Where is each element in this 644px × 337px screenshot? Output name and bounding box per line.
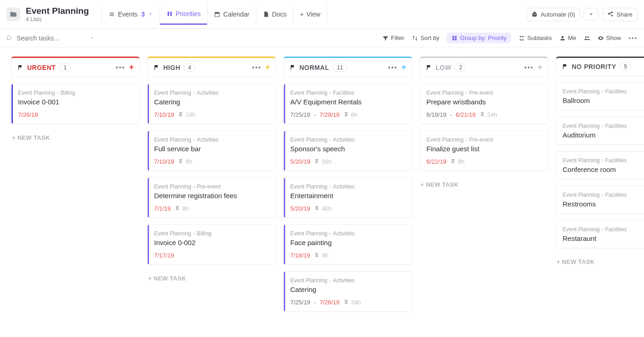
column-header-normal: NORMAL 11 ••• +	[283, 57, 412, 77]
breadcrumb: Event Planning›Pre-event	[426, 137, 541, 143]
new-task-button[interactable]: + NEW TASK	[556, 255, 644, 269]
tab-calendar[interactable]: Calendar	[207, 4, 256, 25]
task-card[interactable]: Event Planning›Activities Sponsor's spee…	[283, 131, 412, 171]
task-card[interactable]: Event Planning›Activities Entertainment …	[283, 177, 412, 218]
new-task-button[interactable]: + NEW TASK	[11, 131, 140, 145]
column-header-urgent: URGENT 1 ••• +	[11, 57, 140, 77]
breadcrumb: Event Planning›Facilities	[563, 226, 644, 233]
automate-button[interactable]: Automate (0)	[526, 8, 580, 21]
column-low: LOW 2 ••• + Event Planning›Pre-event Pre…	[420, 57, 548, 192]
task-card[interactable]: Event Planning›Facilities Ballroom	[556, 82, 644, 110]
column-menu-icon[interactable]: •••	[524, 64, 534, 71]
column-normal: NORMAL 11 ••• + Event Planning›Facilitie…	[283, 57, 412, 318]
task-card[interactable]: Event Planning›Activities Face painting …	[283, 224, 412, 265]
search-box	[6, 34, 108, 42]
task-card[interactable]: Event Planning›Activities Catering 7/25/…	[283, 271, 412, 312]
share-button[interactable]: Share	[602, 8, 638, 21]
column-header-low: LOW 2 ••• +	[420, 57, 548, 77]
chevron-down-icon	[148, 11, 153, 18]
hourglass-icon: 8h	[343, 111, 357, 118]
hourglass-icon: 56h	[314, 158, 332, 165]
tab-priorities[interactable]: Priorities	[160, 4, 207, 25]
column-header-high: HIGH 4 ••• +	[147, 57, 276, 77]
column-menu-icon[interactable]: •••	[388, 64, 398, 71]
flag-icon	[562, 63, 568, 70]
breadcrumb: Event Planning›Facilities	[563, 157, 644, 164]
show-button[interactable]: Show	[598, 34, 621, 41]
task-card[interactable]: Event Planning›Facilities Restrooms	[556, 186, 644, 214]
hourglass-icon: 8h	[450, 158, 464, 165]
breadcrumb: Event Planning›Pre-event	[426, 90, 541, 96]
hourglass-icon: 24h	[178, 111, 196, 118]
hourglass-icon: 40h	[314, 205, 332, 212]
search-input[interactable]	[17, 34, 86, 42]
top-right-actions: Automate (0) Share	[526, 8, 638, 21]
page-subtitle: 4 Lists	[26, 16, 89, 23]
flag-icon	[289, 64, 296, 71]
tab-events[interactable]: Events 3	[102, 4, 160, 25]
task-card[interactable]: Event Planning›Pre-event Determine regis…	[147, 177, 276, 218]
me-button[interactable]: Me	[559, 34, 576, 41]
search-dropdown-icon[interactable]	[89, 34, 95, 42]
column-add-icon[interactable]: +	[401, 63, 406, 72]
sort-button[interactable]: Sort by	[412, 34, 439, 41]
task-card[interactable]: Event Planning›Facilities Auditorium	[556, 117, 644, 145]
breadcrumb: Event Planning›Billing	[154, 230, 269, 237]
breadcrumb: Event Planning›Facilities	[563, 123, 644, 129]
filter-button[interactable]: Filter	[382, 34, 404, 41]
tab-docs[interactable]: Docs	[256, 4, 293, 25]
new-task-button[interactable]: + NEW TASK	[420, 177, 548, 192]
new-task-button[interactable]: + NEW TASK	[147, 271, 276, 286]
breadcrumb: Event Planning›Facilities	[563, 88, 644, 95]
column-menu-icon[interactable]: •••	[252, 64, 262, 71]
task-card[interactable]: Event Planning›Billing Invoice 0-001 7/2…	[11, 84, 140, 124]
column-menu-icon[interactable]: •••	[116, 64, 126, 71]
top-header: Event Planning 4 Lists Events 3 Prioriti…	[0, 0, 644, 29]
flag-icon	[17, 64, 23, 71]
tab-add-view[interactable]: + View	[293, 4, 327, 25]
column-header-none: NO PRIORITY 5 •••	[556, 57, 644, 76]
breadcrumb: Event Planning›Pre-event	[154, 183, 269, 190]
task-date: 7/26/19	[18, 111, 38, 118]
task-title: A/V Equipment Rentals	[290, 98, 405, 106]
task-title: Ballroom	[563, 97, 644, 104]
more-options-icon[interactable]: •••	[628, 34, 638, 41]
task-card[interactable]: Event Planning›Activities Catering 7/10/…	[147, 84, 276, 124]
task-card[interactable]: Event Planning›Activities Full service b…	[147, 131, 276, 171]
assignees-button[interactable]	[584, 35, 590, 41]
hourglass-icon: 24h	[479, 111, 497, 118]
breadcrumb: Event Planning›Activities	[154, 90, 269, 96]
task-title: Invoice 0-002	[154, 239, 269, 246]
task-card[interactable]: Event Planning›Facilities A/V Equipment …	[283, 84, 412, 124]
toolbar: Filter Sort by Group by: Priority Subtas…	[0, 29, 644, 47]
kanban-board: URGENT 1 ••• + Event Planning›Billing In…	[0, 47, 644, 337]
plus-icon: +	[300, 11, 304, 18]
hourglass-icon: 8h	[178, 158, 192, 165]
views-tabs: Events 3 Priorities Calendar Docs + View	[102, 4, 327, 25]
task-card[interactable]: Event Planning›Pre-event Finalize guest …	[420, 131, 548, 171]
task-title: Catering	[154, 98, 269, 106]
breadcrumb: Event Planning›Activities	[154, 137, 269, 143]
page-title: Event Planning	[26, 6, 89, 16]
task-title: Sponsor's speech	[290, 145, 405, 153]
task-card[interactable]: Event Planning›Facilities Restaraunt	[556, 220, 644, 248]
task-card[interactable]: Event Planning›Facilities Conference roo…	[556, 151, 644, 179]
column-add-icon[interactable]: +	[265, 63, 270, 72]
column-add-icon[interactable]: +	[129, 63, 134, 72]
breadcrumb: Event Planning›Facilities	[563, 192, 644, 198]
subtasks-button[interactable]: Subtasks	[518, 34, 552, 41]
task-title: Invoice 0-001	[18, 98, 133, 106]
task-title: Prepare wristbands	[426, 98, 541, 106]
task-title: Determine registration fees	[154, 192, 269, 200]
task-card[interactable]: Event Planning›Billing Invoice 0-002 7/1…	[147, 224, 276, 265]
breadcrumb: Event Planning›Activities	[290, 277, 405, 284]
hourglass-icon: 24h	[343, 299, 361, 306]
automate-dropdown[interactable]	[584, 8, 598, 21]
task-title: Restaraunt	[563, 234, 644, 242]
task-title: Catering	[290, 286, 405, 293]
group-by-button[interactable]: Group by: Priority	[447, 33, 511, 43]
column-add-icon[interactable]: +	[537, 63, 542, 72]
column-high: HIGH 4 ••• + Event Planning›Activities C…	[147, 57, 276, 286]
column-no-priority: NO PRIORITY 5 ••• Event Planning›Facilit…	[556, 57, 644, 269]
task-card[interactable]: Event Planning›Pre-event Prepare wristba…	[420, 84, 548, 124]
